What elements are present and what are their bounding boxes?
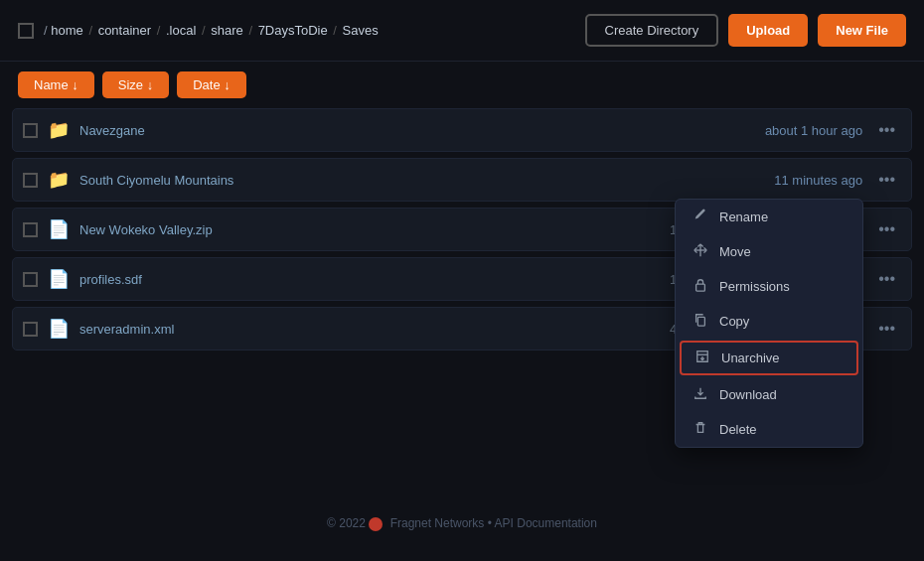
sort-size-button[interactable]: Size ↓ [102, 71, 169, 98]
download-icon [692, 386, 709, 403]
row-checkbox[interactable] [23, 123, 38, 138]
breadcrumb-saves[interactable]: Saves [343, 23, 379, 38]
context-menu: Rename Move Permissions Copy [675, 199, 863, 448]
file-menu-button[interactable]: ••• [872, 218, 901, 240]
row-checkbox[interactable] [23, 272, 38, 287]
footer-separator: • [488, 516, 495, 530]
menu-item-unarchive[interactable]: Unarchive [680, 341, 858, 375]
file-date: about 1 hour ago [723, 123, 862, 138]
breadcrumb: / home / container / .local / share / 7D… [44, 23, 575, 38]
footer-year: © 2022 [327, 516, 366, 530]
create-directory-button[interactable]: Create Directory [585, 14, 719, 47]
move-icon [692, 243, 709, 260]
file-name: profiles.sdf [79, 272, 634, 287]
table-row: 📁 South Ciyomelu Mountains 11 minutes ag… [12, 158, 912, 202]
row-checkbox[interactable] [23, 322, 38, 337]
file-name: Navezgane [79, 123, 634, 138]
new-file-button[interactable]: New File [818, 14, 906, 47]
footer-api-link[interactable]: API Documentation [495, 516, 597, 530]
file-list: 📁 Navezgane about 1 hour ago ••• 📁 South… [0, 108, 924, 351]
menu-item-permissions[interactable]: Permissions [676, 269, 862, 304]
breadcrumb-home[interactable]: home [51, 23, 83, 38]
rename-icon [692, 209, 709, 225]
permissions-icon [692, 278, 709, 295]
breadcrumb-7daystodie[interactable]: 7DaysToDie [258, 23, 328, 38]
brand-logo-icon [369, 517, 383, 531]
menu-item-rename[interactable]: Rename [676, 200, 862, 234]
menu-label: Copy [719, 314, 749, 329]
menu-label: Download [719, 387, 777, 402]
breadcrumb-local[interactable]: .local [166, 23, 196, 38]
svg-rect-2 [697, 351, 708, 355]
svg-rect-1 [697, 317, 704, 326]
menu-label: Permissions [719, 279, 790, 294]
menu-item-move[interactable]: Move [676, 234, 862, 269]
delete-icon [692, 421, 709, 438]
header: / home / container / .local / share / 7D… [0, 0, 924, 62]
footer: © 2022 Fragnet Networks • API Documentat… [0, 496, 924, 551]
file-date: 11 minutes ago [723, 173, 862, 188]
svg-rect-0 [696, 284, 705, 291]
file-name: serveradmin.xml [79, 322, 634, 337]
sort-name-button[interactable]: Name ↓ [18, 71, 94, 98]
sort-bar: Name ↓ Size ↓ Date ↓ [0, 62, 924, 108]
menu-label: Move [719, 244, 751, 259]
upload-button[interactable]: Upload [728, 14, 808, 47]
file-icon: 📄 [48, 218, 70, 240]
menu-item-download[interactable]: Download [676, 377, 862, 412]
file-icon: 📄 [48, 318, 70, 340]
select-all-checkbox[interactable] [18, 23, 34, 39]
unarchive-icon [693, 350, 711, 366]
folder-icon: 📁 [48, 169, 70, 191]
menu-label: Unarchive [721, 351, 780, 365]
file-menu-button[interactable]: ••• [872, 318, 901, 340]
copy-icon [692, 313, 709, 330]
row-checkbox[interactable] [23, 173, 38, 188]
file-menu-button[interactable]: ••• [872, 268, 901, 290]
file-name: New Wokeko Valley.zip [79, 222, 634, 237]
menu-item-copy[interactable]: Copy [676, 304, 862, 339]
sort-date-button[interactable]: Date ↓ [177, 71, 246, 98]
file-icon: 📄 [48, 268, 70, 290]
table-row: 📁 Navezgane about 1 hour ago ••• [12, 108, 912, 152]
row-checkbox[interactable] [23, 222, 38, 237]
breadcrumb-container[interactable]: container [98, 23, 151, 38]
menu-item-delete[interactable]: Delete [676, 412, 862, 447]
file-menu-button[interactable]: ••• [872, 119, 901, 141]
table-row: 📄 New Wokeko Valley.zip 1.05 kB 2 minute… [12, 208, 912, 251]
breadcrumb-share[interactable]: share [211, 23, 243, 38]
file-menu-button[interactable]: ••• [872, 169, 901, 191]
folder-icon: 📁 [48, 119, 70, 141]
menu-label: Rename [719, 210, 768, 224]
footer-brand: Fragnet Networks [390, 516, 485, 530]
file-name: South Ciyomelu Mountains [79, 173, 634, 188]
menu-label: Delete [719, 422, 757, 437]
